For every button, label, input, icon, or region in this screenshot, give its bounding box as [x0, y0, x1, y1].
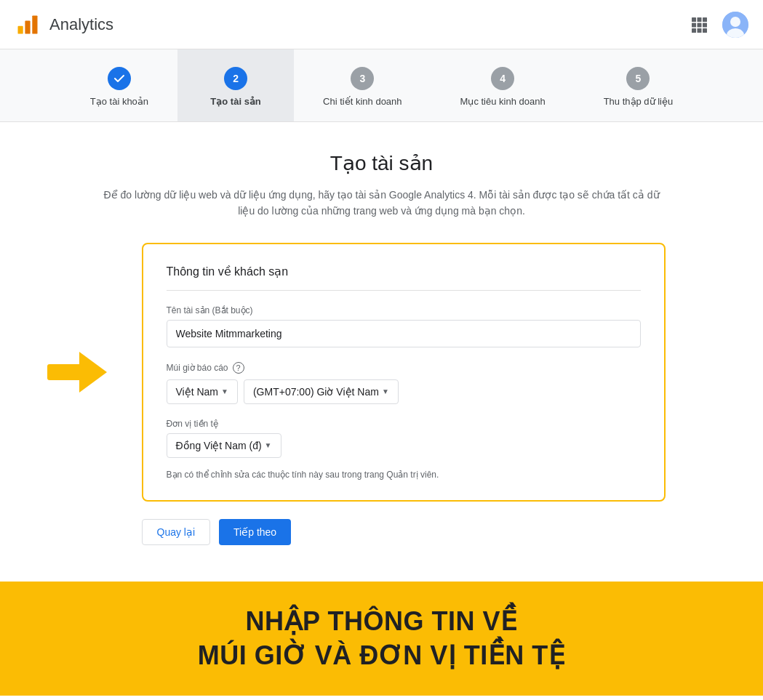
- bottom-banner: NHẬP THÔNG TIN VỀ MÚI GIỜ VÀ ĐƠN VỊ TIỀN…: [0, 582, 763, 696]
- step-4-label: Mục tiêu kinh doanh: [460, 96, 546, 107]
- svg-rect-9: [692, 28, 696, 33]
- step-2-circle: 2: [224, 67, 247, 90]
- form-card-title: Thông tin về khách sạn: [167, 265, 641, 291]
- hint-text: Bạn có thể chỉnh sửa các thuộc tính này …: [167, 470, 641, 480]
- button-row: Quay lại Tiếp theo: [142, 519, 666, 545]
- page-title: Tạo tài sản: [98, 151, 666, 175]
- asset-name-label: Tên tài sản (Bắt buộc): [167, 305, 641, 315]
- step-3: 3 Chi tiết kinh doanh: [294, 49, 431, 121]
- grid-icon[interactable]: [687, 13, 711, 36]
- svg-rect-3: [692, 17, 696, 22]
- timezone-help-icon[interactable]: ?: [233, 362, 244, 374]
- step-4-circle: 4: [491, 67, 514, 90]
- main-content: Tạo tài sản Để đo lường dữ liệu web và d…: [55, 122, 709, 567]
- page-description: Để đo lường dữ liệu web và dữ liệu ứng d…: [98, 187, 666, 220]
- svg-rect-4: [698, 17, 702, 22]
- asset-name-field: Tên tài sản (Bắt buộc): [167, 305, 641, 347]
- header-left: Analytics: [15, 12, 113, 38]
- chevron-down-icon: ▼: [265, 441, 272, 449]
- chevron-down-icon: ▼: [382, 387, 389, 395]
- user-avatar[interactable]: [722, 12, 748, 38]
- timezone-field: Múi giờ báo cáo ? Việt Nam ▼ (GMT+07:00)…: [167, 362, 641, 404]
- banner-line2: MÚI GIỜ VÀ ĐƠN VỊ TIỀN TỆ: [29, 639, 734, 673]
- svg-rect-1: [25, 20, 30, 33]
- step-1: Tạo tài khoản: [61, 49, 177, 121]
- svg-rect-0: [18, 25, 23, 33]
- step-2-label: Tạo tài sản: [210, 96, 260, 107]
- asset-name-input[interactable]: [167, 320, 641, 347]
- banner-line1: NHẬP THÔNG TIN VỀ: [29, 605, 734, 639]
- currency-label: Đơn vị tiền tệ: [167, 419, 641, 429]
- chevron-down-icon: ▼: [221, 387, 228, 395]
- next-button[interactable]: Tiếp theo: [219, 519, 291, 545]
- svg-rect-8: [703, 23, 707, 27]
- step-5-circle: 5: [626, 67, 650, 90]
- currency-select[interactable]: Đồng Việt Nam (đ) ▼: [167, 433, 281, 458]
- arrow-indicator: [47, 352, 107, 393]
- svg-rect-7: [698, 23, 702, 27]
- form-card: Thông tin về khách sạn Tên tài sản (Bắt …: [142, 243, 666, 502]
- svg-point-13: [730, 17, 740, 27]
- svg-rect-2: [32, 15, 37, 33]
- step-2: 2 Tạo tài sản: [177, 49, 294, 121]
- back-button[interactable]: Quay lại: [142, 519, 211, 545]
- form-wrapper: Thông tin về khách sạn Tên tài sản (Bắt …: [98, 243, 666, 502]
- svg-rect-5: [703, 17, 707, 22]
- svg-rect-11: [703, 28, 707, 33]
- step-4: 4 Mục tiêu kinh doanh: [431, 49, 575, 121]
- step-3-circle: 3: [351, 67, 374, 90]
- step-1-label: Tạo tài khoản: [90, 96, 148, 107]
- stepper: Tạo tài khoản 2 Tạo tài sản 3 Chi tiết k…: [0, 49, 763, 122]
- step-3-label: Chi tiết kinh doanh: [323, 96, 402, 107]
- timezone-label-row: Múi giờ báo cáo ?: [167, 362, 641, 374]
- analytics-logo-icon: [15, 12, 41, 38]
- step-1-circle: [108, 67, 131, 90]
- app-title: Analytics: [49, 15, 113, 34]
- timezone-country-select[interactable]: Việt Nam ▼: [167, 379, 238, 404]
- svg-rect-6: [692, 23, 696, 27]
- step-5: 5 Thu thập dữ liệu: [575, 49, 703, 121]
- header: Analytics: [0, 0, 763, 49]
- currency-field: Đơn vị tiền tệ Đồng Việt Nam (đ) ▼: [167, 419, 641, 458]
- step-5-label: Thu thập dữ liệu: [604, 96, 674, 107]
- header-right: [687, 12, 748, 38]
- timezone-value-select[interactable]: (GMT+07:00) Giờ Việt Nam ▼: [244, 379, 399, 404]
- timezone-selectors-row: Việt Nam ▼ (GMT+07:00) Giờ Việt Nam ▼: [167, 379, 641, 404]
- svg-rect-10: [698, 28, 702, 33]
- timezone-label: Múi giờ báo cáo: [167, 363, 228, 373]
